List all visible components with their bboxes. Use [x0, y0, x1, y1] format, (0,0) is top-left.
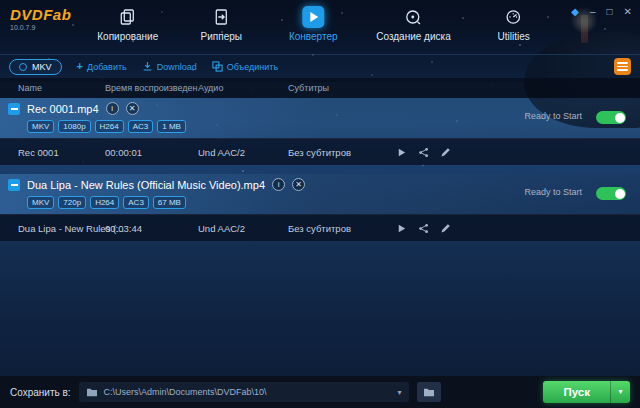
track-name: Rec 0001 [18, 139, 59, 166]
ripper-icon [210, 6, 232, 28]
queue-list-icon [617, 62, 628, 64]
col-name: Name [18, 78, 42, 98]
info-icon[interactable]: i [106, 102, 119, 115]
info-icon[interactable]: i [272, 178, 285, 191]
tab-utilities[interactable]: Utilities [485, 6, 543, 42]
select-checkbox[interactable] [8, 103, 20, 115]
tab-utilities-label: Utilities [498, 31, 530, 42]
size-badge: 1 MB [157, 120, 186, 133]
track-duration: 00:03:44 [105, 215, 142, 242]
col-duration: Время воспроизведен [105, 78, 198, 98]
main-nav: Копирование Рипперы Конвертер [97, 6, 542, 42]
enable-toggle[interactable] [596, 187, 626, 200]
title-row[interactable]: Dua Lipa - New Rules (... 00:03:44 Und A… [0, 214, 640, 241]
tab-copy[interactable]: Копирование [97, 6, 158, 42]
download-icon [142, 61, 153, 72]
section-gap [0, 165, 640, 174]
app-window: DVDFab 10.0.7.9 Копирование Рипперы [0, 0, 640, 408]
tab-converter-label: Конвертер [289, 31, 338, 42]
save-to-label: Сохранить в: [10, 387, 71, 398]
source-group-row[interactable]: Rec 0001.mp4 i ✕ MKV 1080p H264 AC3 1 MB… [0, 98, 640, 138]
preview-play-icon[interactable] [396, 147, 407, 158]
app-name: DVDFab [10, 6, 71, 23]
folder-icon [86, 387, 98, 397]
source-title: Dua Lipa - New Rules (Official Music Vid… [27, 179, 265, 191]
source-title: Rec 0001.mp4 [27, 103, 99, 115]
enable-toggle[interactable] [596, 111, 626, 124]
output-path-select[interactable]: C:\Users\Admin\Documents\DVDFab\10\ ▾ [79, 382, 409, 402]
remove-icon[interactable]: ✕ [126, 102, 139, 115]
badge-list: MKV 1080p H264 AC3 1 MB [0, 120, 640, 133]
source-group-row[interactable]: Dua Lipa - New Rules (Official Music Vid… [0, 174, 640, 214]
format-badge: MKV [27, 120, 54, 133]
bottom-bar: Сохранить в: C:\Users\Admin\Documents\DV… [0, 376, 640, 408]
app-logo: DVDFab 10.0.7.9 [10, 6, 71, 31]
task-queue-button[interactable] [614, 58, 631, 75]
title-row[interactable]: Rec 0001 00:00:01 Und AAC/2 Без субтитро… [0, 138, 640, 165]
app-version: 10.0.7.9 [10, 24, 71, 31]
profile-target-icon [19, 63, 27, 71]
toolbar: MKV + Добавить Download Объединить [0, 54, 640, 78]
merge-label: Объединить [227, 62, 278, 72]
audio-badge: AC3 [128, 120, 154, 133]
edit-pencil-icon[interactable] [440, 147, 451, 158]
start-options-caret[interactable]: ▾ [610, 381, 630, 403]
codec-badge: H264 [90, 196, 119, 209]
merge-icon [212, 61, 223, 72]
profile-selector[interactable]: MKV [9, 59, 62, 75]
browse-folder-button[interactable] [417, 382, 441, 402]
size-badge: 67 MB [153, 196, 186, 209]
utilities-icon [503, 6, 525, 28]
edit-pencil-icon[interactable] [440, 223, 451, 234]
disc-burn-icon [402, 6, 424, 28]
output-path: C:\Users\Admin\Documents\DVDFab\10\ [104, 387, 267, 397]
add-button[interactable]: + Добавить [77, 62, 127, 72]
converter-play-icon [302, 6, 324, 28]
select-checkbox[interactable] [8, 179, 20, 191]
vip-gem-icon[interactable]: ◆ [571, 6, 579, 18]
titlebar: DVDFab 10.0.7.9 Копирование Рипперы [0, 0, 640, 54]
tab-converter[interactable]: Конвертер [284, 6, 342, 42]
download-button[interactable]: Download [142, 61, 197, 72]
merge-button[interactable]: Объединить [212, 61, 278, 72]
file-list: Rec 0001.mp4 i ✕ MKV 1080p H264 AC3 1 MB… [0, 98, 640, 241]
download-label: Download [157, 62, 197, 72]
add-label: Добавить [87, 62, 127, 72]
track-subtitles: Без субтитров [288, 215, 351, 242]
tab-copy-label: Копирование [97, 31, 158, 42]
start-label: Пуск [543, 381, 610, 403]
preview-play-icon[interactable] [396, 223, 407, 234]
format-badge: MKV [27, 196, 54, 209]
table-header: Name Время воспроизведен Аудио Субтитры [0, 78, 640, 98]
copy-icon [117, 6, 139, 28]
minimize-button[interactable]: – [590, 6, 596, 18]
codec-badge: H264 [95, 120, 124, 133]
close-button[interactable]: ✕ [624, 6, 632, 18]
chevron-down-icon: ▾ [398, 388, 402, 397]
track-audio: Und AAC/2 [198, 139, 245, 166]
maximize-button[interactable]: □ [607, 6, 613, 18]
folder-icon [423, 387, 435, 397]
window-controls: ◆ – □ ✕ [571, 6, 632, 18]
status-text: Ready to Start [524, 111, 582, 121]
start-button[interactable]: Пуск ▾ [543, 381, 630, 403]
profile-label: MKV [32, 62, 52, 72]
tab-rippers[interactable]: Рипперы [192, 6, 250, 42]
tab-create-disc-label: Создание диска [376, 31, 450, 42]
audio-badge: AC3 [123, 196, 149, 209]
resolution-badge: 1080p [58, 120, 90, 133]
status-text: Ready to Start [524, 187, 582, 197]
badge-list: MKV 720p H264 AC3 67 MB [0, 196, 640, 209]
remove-icon[interactable]: ✕ [292, 178, 305, 191]
share-split-icon[interactable] [418, 147, 429, 158]
col-subtitles: Субтитры [288, 78, 329, 98]
tab-create-disc[interactable]: Создание диска [376, 6, 450, 42]
plus-icon: + [77, 62, 83, 71]
share-split-icon[interactable] [418, 223, 429, 234]
track-duration: 00:00:01 [105, 139, 142, 166]
col-audio: Аудио [198, 78, 223, 98]
resolution-badge: 720p [58, 196, 86, 209]
track-audio: Und AAC/2 [198, 215, 245, 242]
track-actions [396, 139, 451, 166]
track-actions [396, 215, 451, 242]
